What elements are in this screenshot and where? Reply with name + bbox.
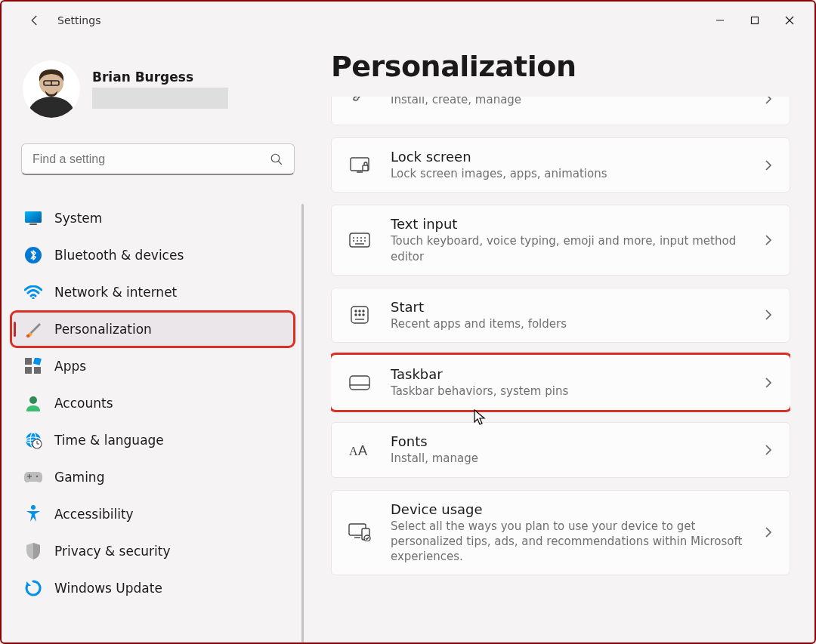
arrow-left-icon	[28, 14, 42, 27]
svg-text:A: A	[358, 443, 367, 458]
card-fonts[interactable]: AA Fonts Install, manage	[331, 422, 790, 477]
svg-point-16	[26, 334, 29, 337]
search-input[interactable]	[21, 143, 295, 175]
maximize-icon	[750, 16, 759, 25]
sidebar-item-apps[interactable]: Apps	[12, 350, 293, 383]
sidebar-item-label: System	[54, 211, 102, 226]
card-title: Text input	[391, 216, 761, 232]
sidebar-item-accessibility[interactable]: Accessibility	[12, 498, 293, 531]
start-icon	[348, 304, 371, 326]
content: Personalization Themes Install, create, …	[304, 39, 814, 642]
chevron-right-icon	[761, 97, 776, 105]
card-title: Device usage	[391, 501, 761, 517]
user-block[interactable]: Brian Burgess	[12, 54, 304, 128]
window-controls	[703, 8, 807, 32]
card-lockscreen[interactable]: Lock screen Lock screen images, apps, an…	[331, 137, 790, 193]
sidebar-item-update[interactable]: Windows Update	[12, 572, 293, 605]
avatar-image-icon	[23, 60, 80, 118]
svg-line-10	[278, 161, 282, 165]
back-button[interactable]	[20, 5, 50, 35]
svg-point-50	[363, 310, 364, 312]
paintbrush-icon	[23, 319, 44, 340]
device-usage-icon	[348, 521, 371, 544]
system-icon	[23, 208, 44, 229]
chevron-right-icon	[761, 309, 776, 321]
svg-rect-19	[25, 367, 32, 374]
close-button[interactable]	[772, 8, 807, 32]
svg-point-33	[31, 505, 36, 510]
gaming-icon	[23, 467, 44, 488]
sidebar-item-bluetooth[interactable]: Bluetooth & devices	[12, 239, 293, 272]
svg-point-51	[355, 314, 357, 316]
chevron-right-icon	[761, 159, 776, 171]
card-themes[interactable]: Themes Install, create, manage	[331, 97, 790, 125]
sidebar-item-privacy[interactable]: Privacy & security	[12, 535, 293, 568]
svg-rect-36	[363, 165, 368, 171]
wifi-icon	[23, 282, 44, 303]
sidebar-item-network[interactable]: Network & internet	[12, 276, 293, 309]
card-textinput[interactable]: Text input Touch keyboard, voice typing,…	[331, 205, 790, 276]
svg-point-53	[363, 314, 364, 316]
svg-text:A: A	[349, 445, 358, 458]
card-subtitle: Touch keyboard, voice typing, emoji and …	[391, 233, 761, 264]
keyboard-icon	[348, 229, 371, 251]
svg-rect-1	[752, 17, 759, 24]
sidebar-item-accounts[interactable]: Accounts	[12, 387, 293, 420]
minimize-icon	[716, 16, 725, 25]
svg-point-52	[359, 314, 360, 316]
svg-point-49	[359, 310, 360, 312]
maximize-button[interactable]	[737, 8, 772, 32]
card-taskbar[interactable]: Taskbar Taskbar behaviors, system pins	[331, 355, 790, 410]
sidebar-scrollbar[interactable]	[301, 204, 304, 642]
svg-rect-17	[25, 358, 32, 365]
taskbar-icon	[348, 371, 371, 394]
sidebar-item-time[interactable]: Time & language	[12, 424, 293, 457]
card-subtitle: Select all the ways you plan to use your…	[391, 519, 761, 565]
card-subtitle: Lock screen images, apps, animations	[391, 166, 761, 181]
accounts-icon	[23, 393, 44, 414]
svg-rect-18	[33, 358, 42, 365]
minimize-button[interactable]	[703, 8, 737, 32]
sidebar-item-label: Personalization	[54, 322, 152, 337]
svg-point-9	[271, 154, 280, 162]
sidebar-item-label: Network & internet	[54, 285, 177, 300]
time-language-icon	[23, 430, 44, 451]
apps-icon	[23, 356, 44, 377]
sidebar-item-label: Privacy & security	[54, 544, 171, 559]
sidebar-item-label: Apps	[54, 359, 86, 374]
sidebar: Brian Burgess System Bluetooth & de	[2, 39, 304, 642]
search-field[interactable]	[32, 153, 270, 166]
svg-rect-13	[29, 223, 37, 225]
update-icon	[23, 578, 44, 599]
svg-rect-12	[25, 211, 42, 223]
card-deviceusage[interactable]: Device usage Select all the ways you pla…	[331, 490, 790, 576]
card-start[interactable]: Start Recent apps and items, folders	[331, 288, 790, 343]
svg-point-48	[355, 310, 357, 312]
lockscreen-icon	[348, 154, 371, 177]
titlebar: Settings	[2, 2, 814, 39]
chevron-right-icon	[761, 234, 776, 246]
card-subtitle: Recent apps and items, folders	[391, 316, 761, 331]
sidebar-item-system[interactable]: System	[12, 202, 293, 235]
fonts-icon: AA	[348, 439, 371, 461]
svg-rect-55	[350, 376, 369, 390]
search-icon	[270, 153, 283, 166]
bluetooth-icon	[23, 245, 44, 266]
card-title: Fonts	[391, 433, 761, 449]
sidebar-item-gaming[interactable]: Gaming	[12, 461, 293, 494]
chevron-right-icon	[761, 526, 776, 538]
user-name: Brian Burgess	[92, 69, 228, 85]
svg-rect-37	[350, 233, 369, 247]
svg-rect-20	[34, 367, 41, 374]
sidebar-item-label: Bluetooth & devices	[54, 248, 184, 263]
sidebar-item-personalization[interactable]: Personalization	[12, 313, 293, 346]
sidebar-item-label: Gaming	[54, 470, 104, 485]
sidebar-item-label: Windows Update	[54, 581, 162, 596]
cards-list: Themes Install, create, manage Lock scre…	[331, 97, 790, 642]
card-subtitle: Taskbar behaviors, system pins	[391, 384, 761, 399]
shield-icon	[23, 541, 44, 562]
chevron-right-icon	[761, 377, 776, 389]
nav: System Bluetooth & devices Network & int…	[12, 198, 304, 642]
user-info: Brian Burgess	[92, 69, 228, 109]
card-title: Start	[391, 299, 761, 315]
